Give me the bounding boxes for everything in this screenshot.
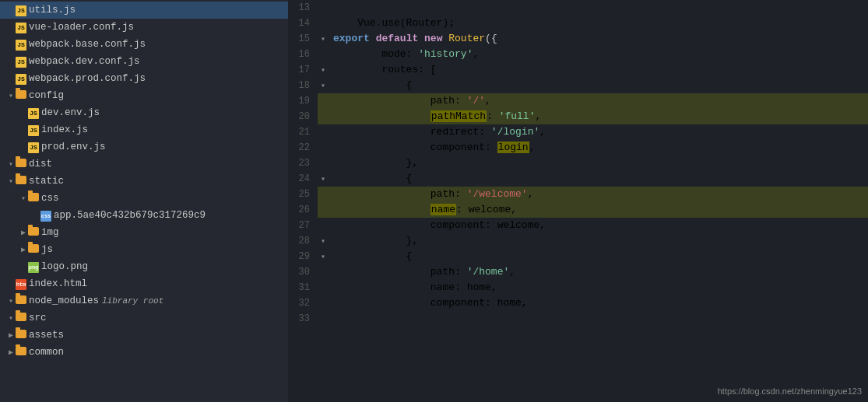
fold-gutter[interactable]	[318, 311, 329, 327]
file-icon: JS	[28, 142, 39, 153]
tree-arrow: ▾	[6, 296, 16, 306]
file-icon	[16, 176, 26, 187]
code-line: 20 pathMatch: 'full',	[288, 109, 868, 124]
line-number: 17	[288, 62, 318, 78]
tree-arrow: ▾	[6, 159, 16, 169]
tree-item-label: dist	[29, 159, 52, 170]
fold-gutter[interactable]: ▾	[318, 31, 329, 47]
tree-item[interactable]: JSprod.env.js	[0, 138, 288, 156]
fold-icon[interactable]: ▾	[321, 252, 325, 261]
fold-gutter[interactable]	[318, 202, 329, 218]
code-content: },	[329, 233, 868, 249]
syntax-token: '/welcome'	[467, 188, 528, 200]
code-line: 30 path: '/home',	[288, 264, 868, 280]
tree-item[interactable]: ▶common	[0, 344, 288, 361]
file-icon	[28, 227, 39, 239]
file-icon: JS	[16, 39, 26, 51]
tree-item[interactable]: ▾dist	[0, 156, 288, 173]
file-icon	[16, 330, 26, 341]
tree-arrow: ▾	[6, 313, 16, 323]
fold-icon[interactable]: ▾	[321, 81, 325, 90]
tree-item[interactable]: ▾node_moduleslibrary root	[0, 292, 288, 309]
line-number: 27	[288, 218, 318, 233]
code-content: path: '/welcome',	[329, 187, 868, 202]
fold-gutter[interactable]	[318, 187, 329, 202]
highlight-token: name	[430, 204, 456, 215]
fold-gutter[interactable]	[318, 93, 329, 109]
tree-arrow: ▾	[19, 194, 28, 203]
tree-item[interactable]: JSdev.env.js	[0, 104, 288, 121]
tree-item-label: webpack.dev.conf.js	[29, 56, 140, 67]
code-content	[329, 311, 868, 327]
fold-gutter[interactable]	[318, 218, 329, 233]
code-content: component: home,	[329, 295, 868, 311]
fold-gutter[interactable]	[318, 156, 329, 171]
fold-gutter[interactable]: ▾	[318, 171, 329, 187]
fold-icon[interactable]: ▾	[321, 174, 325, 184]
tree-item[interactable]: JSvue-loader.conf.js	[0, 19, 288, 36]
tree-item[interactable]: cssapp.5ae40c432b679c317269c9	[0, 207, 288, 224]
fold-gutter[interactable]	[318, 140, 329, 156]
tree-item-label: css	[41, 193, 59, 204]
file-icon	[16, 295, 26, 307]
fold-gutter[interactable]	[318, 109, 329, 124]
tree-item-label: webpack.base.conf.js	[29, 39, 146, 50]
tree-item[interactable]: htmindex.html	[0, 275, 288, 292]
code-line: 18▾ {	[288, 78, 868, 93]
fold-icon[interactable]: ▾	[321, 65, 325, 75]
file-icon: JS	[16, 56, 26, 68]
tree-item-label: common	[29, 347, 64, 358]
fold-gutter[interactable]: ▾	[318, 78, 329, 93]
code-content: path: '/',	[329, 93, 868, 109]
line-number: 20	[288, 109, 318, 124]
code-line: 32 component: home,	[288, 295, 868, 311]
tree-item[interactable]: ▶js	[0, 241, 288, 258]
tree-item-label: logo.png	[41, 261, 88, 272]
fold-icon[interactable]: ▾	[321, 236, 325, 246]
code-content: component: welcome,	[329, 218, 868, 233]
fold-gutter[interactable]: ▾	[318, 62, 329, 78]
code-line: 31 name: home,	[288, 280, 868, 295]
file-icon	[28, 244, 39, 256]
tree-item[interactable]: ▶assets	[0, 327, 288, 344]
code-editor: 1314 Vue.use(Router);15▾export default n…	[288, 0, 868, 402]
fold-gutter[interactable]	[318, 47, 329, 62]
fold-gutter[interactable]	[318, 124, 329, 140]
tree-item[interactable]: JSwebpack.base.conf.js	[0, 36, 288, 53]
file-tree[interactable]: JSutils.js JSvue-loader.conf.js JSwebpac…	[0, 0, 288, 402]
tree-item[interactable]: JSwebpack.prod.conf.js	[0, 70, 288, 87]
file-icon: JS	[16, 22, 26, 33]
line-number: 19	[288, 93, 318, 109]
fold-icon[interactable]: ▾	[321, 34, 325, 44]
tree-item-label: webpack.prod.conf.js	[29, 73, 146, 84]
fold-gutter[interactable]	[318, 295, 329, 311]
tree-item-label: node_modules	[29, 295, 99, 306]
line-number: 21	[288, 124, 318, 140]
fold-gutter[interactable]	[318, 264, 329, 280]
syntax-token: new	[424, 33, 442, 44]
tree-item[interactable]: ▾css	[0, 190, 288, 207]
code-line: 24▾ {	[288, 171, 868, 187]
fold-gutter[interactable]	[318, 16, 329, 31]
code-content: path: '/home',	[329, 264, 868, 280]
fold-gutter[interactable]	[318, 0, 329, 16]
fold-gutter[interactable]	[318, 280, 329, 295]
fold-gutter[interactable]: ▾	[318, 233, 329, 249]
code-line: 25 path: '/welcome',	[288, 187, 868, 202]
line-number: 22	[288, 140, 318, 156]
syntax-token: Router	[448, 33, 485, 44]
code-line: 15▾export default new Router({	[288, 31, 868, 47]
fold-gutter[interactable]: ▾	[318, 249, 329, 264]
tree-item[interactable]: ▾static	[0, 173, 288, 190]
tree-item-label: js	[41, 244, 53, 255]
tree-item[interactable]: ▾src	[0, 309, 288, 327]
tree-item[interactable]: ▶img	[0, 224, 288, 241]
code-content: name: home,	[329, 280, 868, 295]
tree-item[interactable]: JSwebpack.dev.conf.js	[0, 53, 288, 70]
tree-item[interactable]: JSutils.js	[0, 2, 288, 19]
tree-item[interactable]: pnglogo.png	[0, 258, 288, 275]
file-icon: png	[28, 261, 39, 273]
tree-item[interactable]: ▾config	[0, 87, 288, 104]
code-line: 27 component: welcome,	[288, 218, 868, 233]
tree-item[interactable]: JSindex.js	[0, 121, 288, 138]
